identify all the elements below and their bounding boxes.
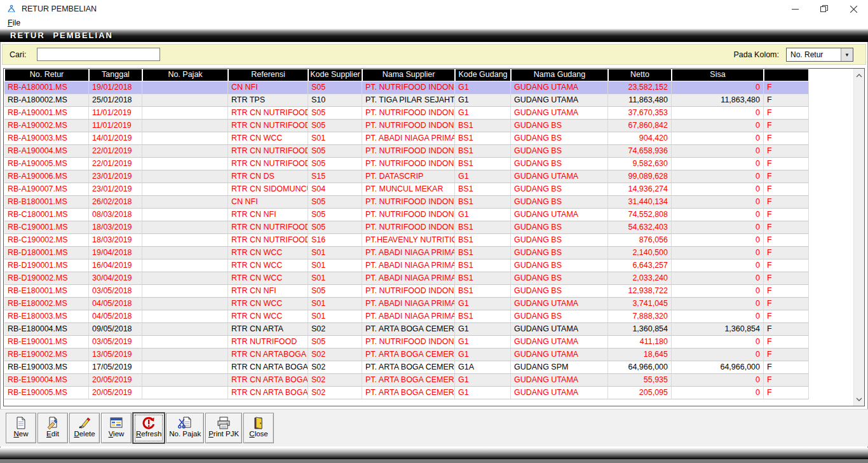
close-icon (850, 6, 857, 13)
table-cell: RTR CN NUTRIFOOD (228, 158, 308, 170)
table-cell: RB-E180002.MS (4, 298, 89, 310)
column-header-no-retur[interactable]: No. Retur (4, 69, 89, 81)
close-form-button[interactable]: Close (243, 413, 274, 443)
exit-door-icon (254, 415, 264, 430)
table-cell: 14,936,274 (608, 183, 672, 196)
column-header-sisa[interactable]: Sisa (672, 69, 764, 81)
table-row[interactable]: RB-E180001.MS03/05/2018RTR CN NFIS05PT. … (4, 285, 809, 298)
table-cell: F (764, 132, 809, 145)
table-row[interactable]: RB-A190001.MS11/01/2019RTR CN NUTRIFOODS… (4, 107, 809, 120)
edit-button[interactable]: Edit (37, 413, 68, 443)
table-cell: 18,645 (608, 349, 672, 361)
table-row[interactable]: RB-A180001.MS19/01/2018CN NFIS05PT. NUTR… (4, 81, 809, 94)
scroll-down-button[interactable] (854, 394, 864, 404)
table-row[interactable]: RB-E190005.MS20/05/2019RTR CN ARTA BOGAS… (4, 387, 809, 399)
delete-button[interactable]: Delete (69, 413, 100, 443)
printer-icon (217, 415, 230, 430)
table-row[interactable]: RB-D190002.MS30/04/2019RTR CN WCCS01PT. … (4, 272, 809, 285)
table-cell: 30/04/2019 (89, 272, 142, 285)
table-cell: 0 (672, 259, 764, 272)
menu-file[interactable]: File (6, 18, 22, 28)
table-cell: G1 (455, 323, 511, 336)
refresh-button[interactable]: Refresh (133, 413, 165, 443)
vertical-scrollbar[interactable] (853, 69, 864, 406)
table-row[interactable]: RB-C180001.MS08/03/2018RTR CN NFIS05PT. … (4, 209, 809, 221)
table-row[interactable]: RB-D190001.MS16/04/2019RTR CN WCCS01PT. … (4, 259, 809, 272)
table-row[interactable]: RB-D180001.MS19/04/2018RTR CN WCCS01PT. … (4, 247, 809, 259)
no-pajak-button[interactable]: No. Pajak (166, 413, 204, 443)
table-cell: F (764, 310, 809, 323)
column-header-tanggal[interactable]: Tanggal (89, 69, 142, 81)
table-row[interactable]: RB-C190002.MS18/03/2019RTR CN NUTRIFOODS… (4, 234, 809, 247)
table-row[interactable]: RB-B180001.MS26/02/2018CN NFIS05PT. NUTR… (4, 196, 809, 209)
table-cell: F (764, 374, 809, 387)
print-pjk-button[interactable]: Print PJK (205, 413, 242, 443)
bottom-toolbar: New Edit Delete View Refresh (0, 409, 868, 446)
table-cell: PT.HEAVENLY NUTRITION IN (362, 234, 455, 247)
status-bar (0, 448, 868, 459)
table-cell: 22/01/2019 (89, 158, 142, 170)
table-cell: GUDANG UTAMA (511, 94, 608, 107)
table-cell (142, 107, 228, 120)
table-cell: G1 (455, 107, 511, 120)
column-header-referensi[interactable]: Referensi (228, 69, 308, 81)
table-cell: F (764, 336, 809, 349)
table-cell: 0 (672, 120, 764, 132)
table-cell (142, 120, 228, 132)
table-row[interactable]: RB-A190003.MS14/01/2019RTR CN WCCS01PT. … (4, 132, 809, 145)
table-cell: S01 (308, 310, 362, 323)
table-cell: F (764, 209, 809, 221)
column-header-no-pajak[interactable]: No. Pajak (142, 69, 228, 81)
table-cell: G1 (455, 94, 511, 107)
column-header-flag[interactable] (764, 69, 809, 81)
chevron-down-icon[interactable]: ▼ (841, 48, 853, 61)
table-cell: 04/05/2018 (89, 310, 142, 323)
table-cell: S01 (308, 272, 362, 285)
table-cell: RTR CN WCC (228, 272, 308, 285)
view-button[interactable]: View (101, 413, 132, 443)
table-row[interactable]: RB-E180002.MS04/05/2018RTR CN WCCS01PT. … (4, 298, 809, 310)
table-cell: RB-C190001.MS (4, 221, 89, 234)
table-row[interactable]: RB-A190005.MS22/01/2019RTR CN NUTRIFOODS… (4, 158, 809, 170)
table-cell: RB-A190003.MS (4, 132, 89, 145)
table-row[interactable]: RB-A180002.MS25/01/2018RTR TPSS10PT. TIG… (4, 94, 809, 107)
column-header-nama-supplier[interactable]: Nama Supplier (362, 69, 455, 81)
column-header-kode-gudang[interactable]: Kode Gudang (455, 69, 511, 81)
table-cell: RB-D190001.MS (4, 259, 89, 272)
table-cell: 1,360,854 (608, 323, 672, 336)
filter-bar: Cari: Pada Kolom: No. Retur ▼ (2, 44, 866, 65)
table-cell: 0 (672, 310, 764, 323)
table-row[interactable]: RB-E180003.MS04/05/2018RTR CN WCCS01PT. … (4, 310, 809, 323)
minimize-button[interactable] (780, 0, 810, 18)
table-row[interactable]: RB-E190003.MS17/05/2019RTR CN ARTA BOGAS… (4, 361, 809, 374)
column-header-netto[interactable]: Netto (608, 69, 672, 81)
table-cell: RTR CN WCC (228, 259, 308, 272)
column-header-nama-gudang[interactable]: Nama Gudang (511, 69, 608, 81)
table-row[interactable]: RB-A190004.MS22/01/2019RTR CN NUTRIFOODS… (4, 145, 809, 158)
restore-button[interactable] (810, 0, 839, 18)
column-header-kode-supplier[interactable]: Kode Supplier (308, 69, 362, 81)
table-row[interactable]: RB-E190002.MS13/05/2019RTR CN ARTABOGAS0… (4, 349, 809, 361)
table-cell (142, 221, 228, 234)
table-cell: BS1 (455, 132, 511, 145)
table-cell: BS1 (455, 221, 511, 234)
table-cell: RB-D190002.MS (4, 272, 89, 285)
table-row[interactable]: RB-E190001.MS03/05/2019RTR NUTRIFOODS05P… (4, 336, 809, 349)
column-filter-dropdown[interactable]: No. Retur ▼ (786, 48, 853, 62)
table-cell (142, 361, 228, 374)
table-cell: PT. ARTA BOGA CEMERLANG (362, 387, 455, 399)
table-row[interactable]: RB-A190006.MS23/01/2019RTR CN DSS15PT. D… (4, 170, 809, 183)
tax-scissors-icon (178, 415, 192, 430)
table-row[interactable]: RB-E180004.MS09/05/2018RTR CN ARTAS02PT.… (4, 323, 809, 336)
table-row[interactable]: RB-C190001.MS18/03/2019RTR CN NUTRIFOODS… (4, 221, 809, 234)
table-row[interactable]: RB-A190002.MS11/01/2019RTR CN NUTRIFOODS… (4, 120, 809, 132)
table-cell: PT. ABADI NIAGA PRIMA (362, 272, 455, 285)
title-bar: RETUR PEMBELIAN (0, 0, 868, 18)
table-cell: BS1 (455, 259, 511, 272)
table-row[interactable]: RB-E190004.MS20/05/2019RTR CN ARTA BOGAS… (4, 374, 809, 387)
scroll-up-button[interactable] (854, 70, 864, 81)
table-row[interactable]: RB-A190007.MS23/01/2019RTR CN SIDOMUNCUL… (4, 183, 809, 196)
close-button[interactable] (839, 0, 868, 18)
search-input[interactable] (37, 48, 160, 61)
new-button[interactable]: New (6, 413, 36, 443)
